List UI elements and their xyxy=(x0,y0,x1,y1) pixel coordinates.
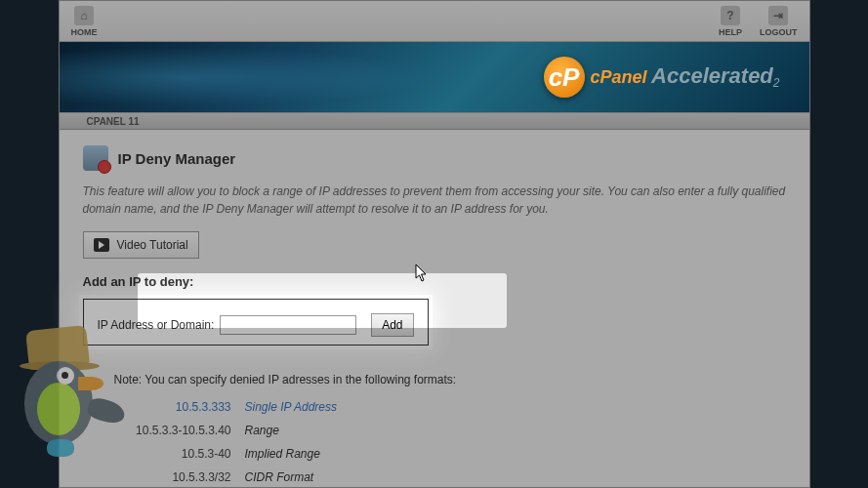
logout-label: LOGOUT xyxy=(760,27,798,37)
help-button[interactable]: ? HELP xyxy=(719,6,742,37)
brand-accelerated: Accelerated xyxy=(651,63,773,88)
format-row: 10.5.3.3/32CIDR Format xyxy=(114,470,786,484)
format-row: 10.5.3.333Single IP Address xyxy=(114,400,786,414)
formats-note: Note: You can specify denied IP adresses… xyxy=(114,373,786,386)
breadcrumb: CPANEL 11 xyxy=(60,112,809,130)
brand-version: 2 xyxy=(773,77,780,91)
video-icon xyxy=(94,238,109,252)
home-icon: ⌂ xyxy=(74,6,94,25)
help-label: HELP xyxy=(719,27,742,37)
brand-cpanel: cPanel xyxy=(591,67,647,87)
ip-address-input[interactable] xyxy=(220,315,356,335)
cpanel-logo-icon: cP xyxy=(544,57,585,98)
ip-deny-icon xyxy=(83,145,108,171)
home-label: HOME xyxy=(71,27,98,37)
add-ip-form: IP Address or Domain: Add xyxy=(83,299,429,346)
page-title: IP Deny Manager xyxy=(118,150,236,167)
video-tutorial-label: Video Tutorial xyxy=(117,238,188,252)
top-toolbar: ⌂ HOME ? HELP ⇥ LOGOUT xyxy=(60,1,809,42)
formats-table: 10.5.3.333Single IP Address 10.5.3.3-10.… xyxy=(114,400,786,488)
home-button[interactable]: ⌂ HOME xyxy=(71,6,98,37)
brand-logo: cP cPanel Accelerated2 xyxy=(544,57,780,98)
format-row: 10.5.3-40Implied Range xyxy=(114,447,786,461)
section-heading: Add an IP to deny: xyxy=(83,274,786,289)
header-banner: cP cPanel Accelerated2 xyxy=(60,42,809,112)
ip-input-label: IP Address or Domain: xyxy=(98,318,215,332)
video-tutorial-button[interactable]: Video Tutorial xyxy=(83,231,199,259)
page-description: This feature will allow you to block a r… xyxy=(83,183,786,218)
format-row: 10.5.3.3-10.5.3.40Range xyxy=(114,424,786,437)
add-button[interactable]: Add xyxy=(371,313,413,337)
help-icon: ? xyxy=(721,6,740,25)
content-area: IP Deny Manager This feature will allow … xyxy=(60,130,809,488)
main-panel: ⌂ HOME ? HELP ⇥ LOGOUT cP cPanel Acceler… xyxy=(59,0,810,488)
logout-button[interactable]: ⇥ LOGOUT xyxy=(760,6,798,37)
logout-icon: ⇥ xyxy=(768,6,788,25)
